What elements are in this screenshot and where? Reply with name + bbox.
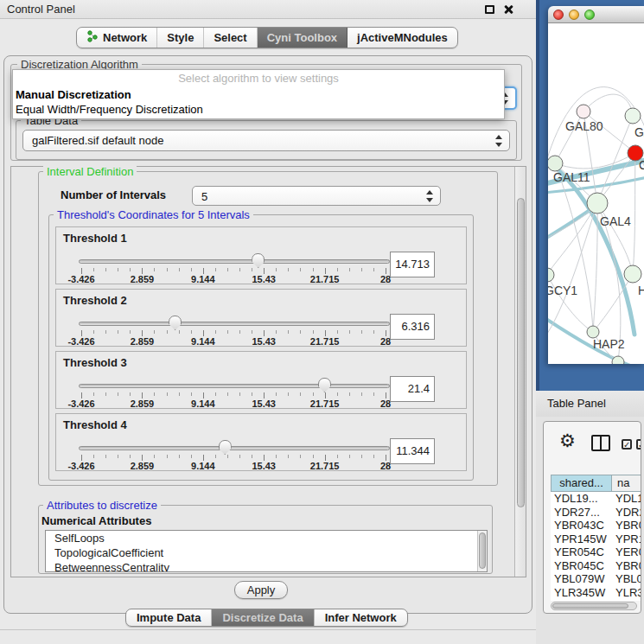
- threshold-slider-track[interactable]: [79, 322, 390, 326]
- zoom-traffic-light-icon[interactable]: [584, 10, 595, 20]
- checkbox-icon[interactable]: [636, 439, 641, 450]
- threshold-slider-track[interactable]: [79, 384, 390, 388]
- table-data-combobox[interactable]: galFiltered.sif default node: [22, 130, 510, 151]
- minimize-traffic-light-icon[interactable]: [569, 10, 579, 20]
- thresholds-group-title: Threshold's Coordinates for 5 Intervals: [54, 208, 253, 221]
- network-window-titlebar[interactable]: [548, 6, 644, 23]
- table-row[interactable]: YBL079WYBL0: [551, 572, 641, 586]
- tick-mark: [252, 268, 252, 271]
- threshold-value-field[interactable]: 6.316: [390, 314, 435, 340]
- tick-mark: [264, 330, 265, 336]
- tick-mark: [349, 330, 350, 334]
- network-node-node-bottom-partial[interactable]: [612, 356, 624, 364]
- network-node-GAL80[interactable]: [577, 105, 590, 118]
- network-canvas[interactable]: GAL80GACGAL11GAL4GCY1HHAP2: [548, 23, 644, 364]
- tick-mark: [325, 330, 326, 336]
- threshold-slider-thumb[interactable]: [252, 253, 265, 268]
- network-edge[interactable]: [633, 153, 635, 274]
- interval-definition-title: Interval Definition: [43, 165, 137, 178]
- threshold-slider-track[interactable]: [79, 259, 390, 264]
- split-view-icon[interactable]: [591, 435, 610, 451]
- scrollbar-thumb[interactable]: [552, 603, 628, 609]
- right-side: GAL80GACGAL11GAL4GCY1HHAP2 Table Panel s…: [536, 0, 644, 644]
- tab-discretize-data[interactable]: Discretize Data: [212, 609, 314, 626]
- network-icon: [86, 30, 99, 45]
- attribute-list-item[interactable]: BetweennessCentrality: [46, 560, 487, 572]
- tab-infer-network[interactable]: Infer Network: [315, 609, 407, 626]
- table-data-combobox-value: galFiltered.sif default node: [32, 131, 163, 151]
- network-node-node-h[interactable]: [624, 265, 641, 283]
- tick-mark: [313, 455, 314, 458]
- tick-mark: [179, 268, 180, 271]
- column-header[interactable]: na: [612, 475, 641, 492]
- tick-mark: [81, 392, 82, 399]
- network-node-GAL4[interactable]: [587, 193, 608, 214]
- table-row[interactable]: YLR345WYLR3: [551, 586, 641, 600]
- dropdown-item[interactable]: Equal Width/Frequency Discretization: [13, 102, 504, 117]
- network-node-GAL11[interactable]: [548, 156, 563, 171]
- float-window-icon[interactable]: [485, 5, 494, 14]
- column-header[interactable]: shared...: [551, 475, 612, 492]
- gear-icon[interactable]: [559, 430, 576, 451]
- tick-mark: [239, 392, 240, 396]
- attributes-scrollbar[interactable]: [477, 531, 487, 571]
- tab-jactivemnodules[interactable]: jActiveMNodules: [348, 28, 457, 48]
- tick-mark: [203, 268, 204, 274]
- table-row[interactable]: YPR145WYPR1: [551, 532, 641, 546]
- tick-mark: [105, 330, 106, 334]
- network-node-HAP2[interactable]: [587, 326, 599, 338]
- threshold-row: Threshold 4-3.4262.8599.14415.4321.71528…: [55, 413, 467, 471]
- threshold-row: Threshold 3-3.4262.8599.14415.4321.71528…: [55, 351, 467, 409]
- vertical-scrollbar[interactable]: [514, 167, 526, 577]
- cell-shared-name: YER054C: [551, 545, 615, 559]
- threshold-slider-thumb[interactable]: [219, 440, 232, 455]
- tick-mark: [264, 268, 265, 274]
- attribute-list-item[interactable]: TopologicalCoefficient: [46, 545, 487, 560]
- threshold-slider-track[interactable]: [79, 446, 390, 450]
- table-row[interactable]: YER054CYER0: [551, 545, 641, 559]
- tick-mark: [203, 330, 204, 336]
- table-row[interactable]: YBR043CYBR0: [551, 519, 641, 532]
- close-traffic-light-icon[interactable]: [553, 10, 564, 20]
- tick-mark: [386, 455, 386, 461]
- tick-mark: [130, 455, 131, 458]
- threshold-slider-thumb[interactable]: [169, 316, 182, 330]
- scrollbar-thumb[interactable]: [479, 532, 486, 569]
- cell-shared-name: YBR045C: [551, 559, 615, 573]
- tab-impute-data[interactable]: Impute Data: [126, 609, 212, 626]
- close-icon[interactable]: [502, 3, 514, 16]
- tick-mark: [373, 268, 374, 271]
- tab-network[interactable]: Network: [77, 28, 157, 48]
- axis-tick-label: 15.43: [252, 336, 276, 347]
- cyni-bottom-tabs: Impute DataDiscretize DataInfer Network: [125, 609, 408, 627]
- axis-tick-label: 21.715: [310, 399, 340, 409]
- apply-button[interactable]: Apply: [234, 581, 288, 599]
- tab-style[interactable]: Style: [157, 28, 204, 48]
- threshold-slider-thumb[interactable]: [318, 378, 331, 392]
- tick-mark: [154, 392, 155, 396]
- table-row[interactable]: YDL19...YDL1: [551, 492, 641, 506]
- axis-tick-label: 15.43: [252, 461, 276, 471]
- axis-tick-label: 2.859: [131, 274, 155, 284]
- checkbox-icon[interactable]: [622, 439, 632, 450]
- tab-cyni-toolbox[interactable]: Cyni Toolbox: [258, 28, 348, 48]
- tick-mark: [361, 455, 362, 458]
- desktop-edge: [536, 0, 539, 391]
- horizontal-scrollbar[interactable]: [551, 602, 637, 610]
- threshold-value-field[interactable]: 21.4: [390, 376, 435, 402]
- attribute-list-item[interactable]: SelfLoops: [46, 531, 487, 545]
- network-node-node-top-right[interactable]: [625, 108, 641, 124]
- table-row[interactable]: YBR045CYBR0: [551, 559, 641, 573]
- dropdown-item[interactable]: Manual Discretization: [13, 87, 504, 102]
- table-row[interactable]: YIL052CYIL0: [551, 599, 641, 601]
- network-node-GCY1[interactable]: [548, 268, 554, 282]
- attributes-group-title: Attributes to discretize: [43, 499, 161, 512]
- tab-select[interactable]: Select: [204, 28, 257, 48]
- threshold-value-field[interactable]: 11.344: [390, 438, 435, 464]
- threshold-value-field[interactable]: 14.713: [390, 252, 435, 277]
- tick-mark: [215, 392, 216, 396]
- number-of-intervals-spinner[interactable]: 5: [192, 186, 441, 206]
- tab-label: Style: [167, 31, 194, 44]
- scrollbar-thumb[interactable]: [517, 198, 525, 507]
- table-row[interactable]: YDR27...YDR2: [551, 506, 641, 520]
